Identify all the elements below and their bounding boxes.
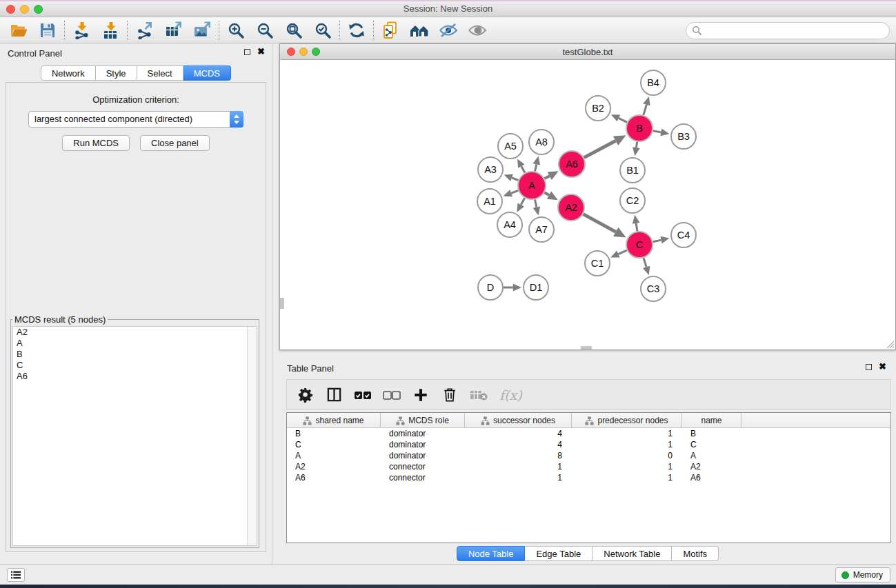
graph-edge-A-A8[interactable] <box>535 164 537 171</box>
network-graph[interactable]: AA1A3A5A8A4A7A6A2BB2B4B3B1CC2C4C1C3DD1 <box>280 60 895 349</box>
delete-table-icon[interactable] <box>440 385 459 405</box>
graph-edge-C-C2[interactable] <box>636 223 637 231</box>
graph-edge-B-B4[interactable] <box>644 105 647 115</box>
zoom-selected-icon[interactable] <box>308 19 337 41</box>
graph-edge-C-C1[interactable] <box>618 250 626 254</box>
network-vscroll-stub[interactable] <box>280 298 284 309</box>
graph-node-B[interactable]: B <box>626 115 653 141</box>
graph-node-A3[interactable]: A3 <box>478 157 503 182</box>
add-row-icon[interactable] <box>411 385 430 405</box>
tab-node-table[interactable]: Node Table <box>457 546 526 561</box>
tab-style[interactable]: Style <box>96 65 137 81</box>
graph-edge-A-A1[interactable] <box>511 190 518 193</box>
graph-node-A1[interactable]: A1 <box>477 189 502 214</box>
memory-button[interactable]: Memory <box>835 567 890 582</box>
hide-selected-icon[interactable] <box>434 19 463 41</box>
graph-edge-A6-B[interactable] <box>584 141 616 157</box>
close-panel-button[interactable]: Close panel <box>140 135 210 151</box>
close-table-panel-icon[interactable]: ✖ <box>879 363 886 370</box>
column-header-shared-name[interactable]: shared name <box>287 413 381 428</box>
float-panel-icon[interactable] <box>244 49 250 55</box>
column-header-successor-nodes[interactable]: successor nodes <box>465 413 572 428</box>
graph-node-A8[interactable]: A8 <box>529 130 554 154</box>
table-settings-icon[interactable] <box>295 385 315 405</box>
graph-node-A7[interactable]: A7 <box>529 217 554 242</box>
apply-function-icon[interactable]: f(x) <box>498 385 522 405</box>
close-panel-icon[interactable]: ✖ <box>257 48 265 55</box>
mcds-result-item[interactable]: C <box>13 360 257 371</box>
table-row[interactable]: Adominator80A <box>287 450 890 461</box>
tab-mcds[interactable]: MCDS <box>183 65 231 81</box>
graph-edge-B-B1[interactable] <box>636 142 637 148</box>
export-network-icon[interactable] <box>130 19 159 41</box>
graph-node-C4[interactable]: C4 <box>671 223 696 247</box>
graph-node-B1[interactable]: B1 <box>620 158 645 183</box>
import-network-icon[interactable] <box>67 19 96 41</box>
optimization-criterion-select[interactable]: largest connected component (directed) <box>28 111 243 128</box>
graph-node-A4[interactable]: A4 <box>497 212 522 237</box>
graph-node-C1[interactable]: C1 <box>585 251 610 276</box>
mcds-result-item[interactable]: B <box>13 349 257 360</box>
network-hscroll-stub[interactable] <box>581 346 592 349</box>
graph-edge-B-B3[interactable] <box>653 131 661 132</box>
network-window-titlebar[interactable]: testGlobe.txt <box>280 44 895 60</box>
table-row[interactable]: Bdominator41B <box>287 428 890 439</box>
show-columns-icon[interactable] <box>324 385 344 405</box>
graph-node-C[interactable]: C <box>626 232 653 258</box>
mcds-result-list[interactable]: A2ABCA6 <box>12 326 257 546</box>
mcds-result-item[interactable]: A <box>13 338 257 349</box>
tab-select[interactable]: Select <box>137 65 183 81</box>
export-image-icon[interactable] <box>188 19 217 41</box>
graph-node-D[interactable]: D <box>478 275 503 300</box>
resize-grip-icon[interactable] <box>885 339 895 349</box>
new-network-from-selection-icon[interactable] <box>376 19 405 41</box>
export-table-icon[interactable] <box>159 19 188 41</box>
node-table[interactable]: shared nameMCDS rolesuccessor nodesprede… <box>286 412 891 543</box>
zoom-out-icon[interactable] <box>250 19 279 41</box>
tab-network-table[interactable]: Network Table <box>593 546 672 561</box>
graph-node-C2[interactable]: C2 <box>620 188 645 213</box>
task-history-button[interactable] <box>7 568 25 582</box>
mcds-result-item[interactable]: A6 <box>13 371 257 382</box>
table-row[interactable]: Cdominator41C <box>287 439 890 450</box>
zoom-fit-icon[interactable] <box>279 19 308 41</box>
graph-edge-A-A7[interactable] <box>535 200 536 207</box>
column-header-MCDS-role[interactable]: MCDS role <box>381 413 465 428</box>
graph-node-B2[interactable]: B2 <box>586 96 610 121</box>
graph-node-A[interactable]: A <box>518 172 546 199</box>
zoom-in-icon[interactable] <box>221 19 250 41</box>
network-canvas[interactable]: AA1A3A5A8A4A7A6A2BB2B4B3B1CC2C4C1C3DD1 <box>280 60 895 349</box>
mcds-result-item[interactable]: A2 <box>13 327 257 338</box>
graph-edge-A-A5[interactable] <box>521 166 525 172</box>
graph-node-D1[interactable]: D1 <box>524 275 548 300</box>
first-neighbors-icon[interactable] <box>405 19 434 41</box>
graph-edge-A-A6[interactable] <box>545 176 550 179</box>
table-row[interactable]: A2connector11A2 <box>287 461 890 472</box>
graph-node-B4[interactable]: B4 <box>641 70 666 95</box>
save-session-icon[interactable] <box>33 19 62 41</box>
graph-edge-A-A4[interactable] <box>521 198 524 205</box>
graph-node-C3[interactable]: C3 <box>641 276 666 301</box>
tab-network[interactable]: Network <box>41 65 96 81</box>
delete-column-icon[interactable] <box>469 385 488 405</box>
graph-node-A2[interactable]: A2 <box>558 194 584 221</box>
graph-node-B3[interactable]: B3 <box>671 124 696 149</box>
import-table-icon[interactable] <box>96 19 125 41</box>
show-all-icon[interactable] <box>463 19 492 41</box>
column-header-name[interactable]: name <box>682 413 741 428</box>
refresh-icon[interactable] <box>342 19 371 41</box>
mcds-list-scrollbar[interactable] <box>247 327 257 545</box>
float-table-panel-icon[interactable] <box>866 364 872 370</box>
tab-edge-table[interactable]: Edge Table <box>525 546 593 561</box>
graph-node-A6[interactable]: A6 <box>559 151 585 177</box>
graph-edge-A2-C[interactable] <box>584 214 616 232</box>
open-session-icon[interactable] <box>4 19 33 41</box>
graph-edge-C-C3[interactable] <box>644 258 646 267</box>
graph-edge-B-B2[interactable] <box>619 118 627 122</box>
column-header-predecessor-nodes[interactable]: predecessor nodes <box>572 413 682 428</box>
search-input[interactable] <box>686 22 890 39</box>
tab-motifs[interactable]: Motifs <box>672 546 719 561</box>
graph-node-A5[interactable]: A5 <box>498 134 523 159</box>
run-mcds-button[interactable]: Run MCDS <box>62 135 130 151</box>
graph-edge-A-A2[interactable] <box>544 192 549 195</box>
